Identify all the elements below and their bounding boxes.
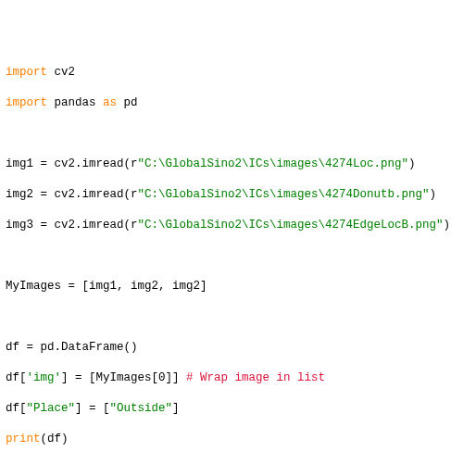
blank-line [6, 126, 476, 142]
string-literal: "C:\GlobalSino2\ICs\images\4274Donutb.pn… [138, 188, 430, 201]
string-literal: "C:\GlobalSino2\ICs\images\4274EdgeLocB.… [138, 219, 444, 232]
code-text: img2 = cv2.imread(r [6, 188, 138, 201]
code-text: ) [408, 157, 416, 170]
code-line: df['img'] = [MyImages[0]] # Wrap image i… [6, 370, 476, 386]
code-text: ] [172, 402, 180, 415]
code-line: img1 = cv2.imread(r"C:\GlobalSino2\ICs\i… [6, 157, 476, 172]
code-text: MyImages = [img1, img2, img2] [6, 280, 207, 293]
code-block: import cv2 import pandas as pd img1 = cv… [6, 50, 476, 465]
code-line: img3 = cv2.imread(r"C:\GlobalSino2\ICs\i… [6, 218, 476, 233]
code-text: (df) [41, 433, 69, 445]
code-text: img3 = cv2.imread(r [6, 219, 138, 232]
code-line: img2 = cv2.imread(r"C:\GlobalSino2\ICs\i… [6, 187, 476, 203]
code-text: ] = [MyImages[0]] [61, 371, 186, 384]
keyword-import: import [6, 96, 47, 109]
blank-line [6, 248, 476, 264]
module-name: cv2 [47, 66, 75, 79]
builtin-print: print [6, 433, 41, 445]
string-literal: "Place" [27, 402, 76, 415]
keyword-import: import [6, 66, 47, 79]
code-text: df = pd.DataFrame() [6, 341, 138, 354]
code-text: ) [444, 219, 451, 232]
code-line: print(df) [6, 432, 476, 447]
comment: # Wrap image in list [186, 371, 325, 384]
code-line: import pandas as pd [6, 95, 476, 111]
code-line: import cv2 [6, 65, 476, 81]
code-line: df["Place"] = ["Outside"] [6, 401, 476, 417]
string-literal: "C:\GlobalSino2\ICs\images\4274Loc.png" [138, 157, 409, 170]
code-text: ) [430, 188, 437, 201]
code-text: df[ [6, 402, 27, 415]
code-line: MyImages = [img1, img2, img2] [6, 279, 476, 295]
code-text: df[ [6, 371, 27, 384]
alias-name: pd [117, 96, 138, 109]
code-text: ] = [ [75, 402, 110, 415]
code-text: img1 = cv2.imread(r [6, 157, 138, 170]
module-name: pandas [47, 96, 103, 109]
keyword-as: as [103, 96, 117, 109]
code-line: df = pd.DataFrame() [6, 340, 476, 356]
string-literal: "Outside" [110, 402, 173, 415]
blank-line [6, 309, 476, 325]
string-literal: 'img' [27, 371, 62, 384]
